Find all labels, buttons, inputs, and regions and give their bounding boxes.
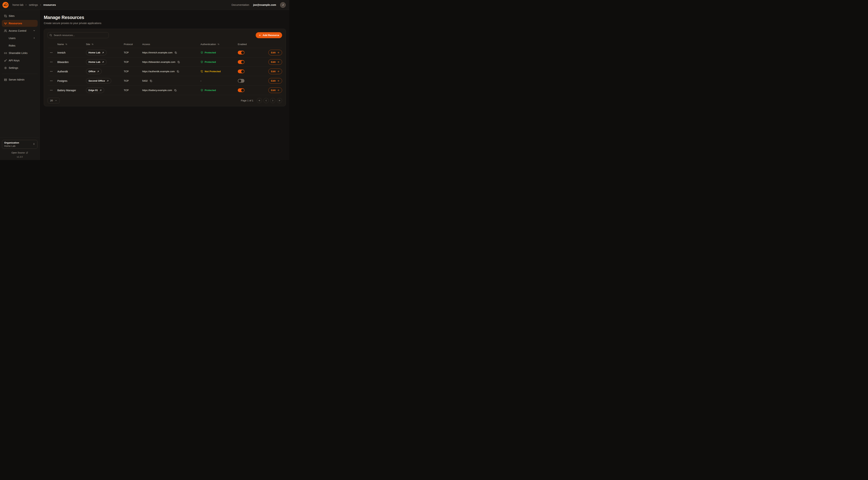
previous-page-button[interactable]: [264, 98, 269, 103]
sidebar-item-api-keys[interactable]: API Keys: [2, 57, 38, 64]
chevron-down-icon: [55, 99, 57, 102]
sidebar-item-sites[interactable]: Sites: [2, 12, 38, 19]
edit-button[interactable]: Edit: [268, 69, 282, 74]
arrow-right-icon: [277, 89, 279, 91]
next-page-button[interactable]: [270, 98, 275, 103]
resource-name: Postgres: [57, 80, 86, 82]
table-row: Authentik Office TCP https://authentik.e…: [48, 67, 282, 76]
resource-name: Immich: [57, 51, 86, 54]
arrow-up-right-icon: [102, 61, 104, 63]
copy-icon: [177, 61, 180, 63]
sidebar-item-resources[interactable]: Resources: [2, 20, 38, 27]
link-icon: [4, 52, 7, 55]
breadcrumb-settings[interactable]: settings: [29, 3, 38, 6]
sidebar-item-roles[interactable]: Roles: [2, 42, 38, 49]
toggle-knob: [241, 61, 244, 63]
row-actions-button[interactable]: [48, 88, 53, 92]
enabled-toggle[interactable]: [238, 88, 244, 92]
copy-icon: [175, 51, 177, 54]
copy-icon: [174, 89, 177, 92]
enabled-toggle[interactable]: [238, 79, 244, 83]
authentication-status: Protected: [200, 51, 238, 54]
edit-button[interactable]: Edit: [268, 78, 282, 84]
copy-button[interactable]: [175, 51, 177, 54]
table-body: Immich Home Lab TCP https://immich.examp…: [48, 48, 282, 95]
arrow-up-right-icon: [106, 80, 109, 82]
chevrons-up-down-icon: [33, 143, 35, 146]
copy-button[interactable]: [150, 80, 152, 82]
edit-button[interactable]: Edit: [268, 87, 282, 93]
user-email[interactable]: joe@example.com: [253, 3, 276, 6]
site-link[interactable]: Office: [86, 69, 102, 74]
protocol-value: TCP: [124, 89, 142, 92]
shield-off-icon: [200, 70, 203, 73]
arrow-up-right-icon: [99, 89, 102, 91]
table-row: Bitwarden Home Lab TCP https://bitwarden…: [48, 57, 282, 67]
copy-icon: [177, 70, 179, 73]
table-row: Postgres Second Office TCP 5432 - Edit: [48, 76, 282, 86]
sidebar-item-access-control[interactable]: Access Control: [2, 27, 38, 34]
chevron-right-icon: [33, 37, 35, 40]
site-link[interactable]: Second Office: [86, 78, 111, 84]
toggle-knob: [238, 80, 241, 82]
copy-button[interactable]: [174, 89, 177, 92]
resources-table: Name Site Protocol Access Authentication: [48, 40, 282, 95]
organization-label: Organization: [4, 141, 33, 144]
page-info: Page 1 of 1: [241, 99, 253, 102]
pangolin-logo[interactable]: [2, 2, 9, 8]
enabled-toggle[interactable]: [238, 51, 244, 55]
site-link[interactable]: Edge 01: [86, 87, 104, 93]
site-link[interactable]: Home Lab: [86, 50, 106, 55]
sort-icon: [65, 43, 67, 46]
copy-button[interactable]: [177, 70, 179, 73]
header-name[interactable]: Name: [57, 43, 86, 46]
row-actions-button[interactable]: [48, 60, 53, 64]
search-input[interactable]: [48, 32, 109, 38]
search-box: [48, 32, 109, 38]
app-window: home-lab settings resources Documentatio…: [0, 0, 289, 160]
key-icon: [4, 59, 7, 62]
documentation-link[interactable]: Documentation: [231, 3, 249, 6]
edit-button[interactable]: Edit: [268, 59, 282, 65]
arrow-up-right-icon: [97, 70, 99, 72]
sidebar-item-settings[interactable]: Settings: [2, 64, 38, 71]
arrow-right-icon: [277, 70, 279, 72]
header-site[interactable]: Site: [86, 43, 124, 46]
sidebar-item-users[interactable]: Users: [2, 35, 38, 41]
sidebar-item-shareable-links[interactable]: Shareable Links: [2, 50, 38, 57]
avatar[interactable]: J: [280, 2, 286, 8]
last-page-button[interactable]: [277, 98, 282, 103]
protocol-value: TCP: [124, 61, 142, 63]
edit-button[interactable]: Edit: [268, 50, 282, 55]
header-protocol: Protocol: [124, 43, 142, 46]
external-link-icon: [26, 152, 28, 154]
sidebar: Sites Resources Access Control Users Rol…: [0, 10, 40, 160]
enabled-toggle[interactable]: [238, 60, 244, 64]
arrow-up-right-icon: [102, 52, 104, 54]
row-actions-button[interactable]: [48, 79, 53, 83]
breadcrumb-org[interactable]: home-lab: [12, 3, 23, 6]
enabled-toggle[interactable]: [238, 69, 244, 73]
copy-button[interactable]: [177, 61, 180, 63]
main-content: Manage Resources Create secure proxies t…: [40, 10, 289, 160]
access-url: https://battery.example.com: [142, 89, 172, 92]
row-actions-button[interactable]: [48, 69, 53, 73]
ellipsis-icon: [50, 89, 53, 92]
page-size-select[interactable]: 20: [48, 98, 60, 103]
plus-icon: [258, 34, 261, 36]
row-actions-button[interactable]: [48, 51, 53, 55]
add-resource-button[interactable]: Add Resource: [256, 32, 282, 38]
ellipsis-icon: [50, 80, 53, 82]
resource-name: Authentik: [57, 70, 86, 73]
first-page-button[interactable]: [257, 98, 262, 103]
header-authentication[interactable]: Authentication: [200, 43, 238, 46]
resources-card: Add Resource Name Site P: [44, 29, 286, 106]
sidebar-footer: Organization Home Lab Open Source v1.3.0: [0, 137, 39, 160]
organization-switcher[interactable]: Organization Home Lab: [2, 140, 37, 149]
site-link[interactable]: Home Lab: [86, 59, 106, 65]
open-source-link[interactable]: Open Source: [2, 151, 37, 154]
sidebar-item-server-admin[interactable]: Server Admin: [2, 76, 38, 83]
toggle-knob: [241, 51, 244, 54]
header-enabled: Enabled: [238, 43, 265, 46]
table-header: Name Site Protocol Access Authentication: [48, 40, 282, 48]
